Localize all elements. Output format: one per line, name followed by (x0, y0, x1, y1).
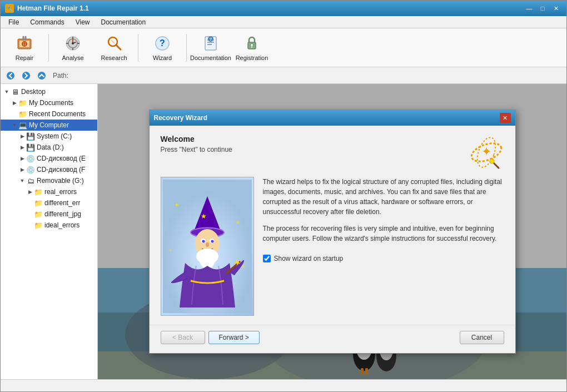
nav-up[interactable] (35, 69, 48, 82)
dialog-heading: Welcome (161, 135, 232, 143)
toolbar-registration[interactable]: Registration (232, 31, 271, 64)
footer-left-buttons: < Back Forward > (161, 331, 260, 344)
wizard-icon: ? (153, 34, 171, 52)
toggle-desktop[interactable]: ▼ (3, 88, 11, 96)
forward-button[interactable]: Forward > (208, 331, 260, 344)
different-jpg-icon: 📁 (34, 210, 43, 219)
menu-file[interactable]: File (3, 17, 24, 27)
dialog-paragraph-1: The wizard helps to fix the logical stru… (263, 177, 504, 217)
nav-back[interactable] (4, 69, 17, 82)
my-documents-label: My Documents (29, 99, 73, 107)
sidebar-item-ideal-errors[interactable]: 📁 ideal_errors (1, 220, 97, 231)
repair-icon (16, 34, 33, 52)
menu-view[interactable]: View (70, 17, 96, 27)
research-icon (105, 34, 123, 52)
wizard-image: ✦ ★ ✦ ✦ (161, 177, 254, 316)
sidebar-item-my-documents[interactable]: ▶ 📁 My Documents (1, 97, 97, 108)
dialog-paragraph-2: The process for recovering files is very… (263, 224, 504, 244)
toggle-data-d[interactable]: ▶ (18, 143, 26, 151)
recovery-wizard-dialog: Recovery Wizard ✕ Welcome Press "Next" t… (149, 110, 516, 354)
toolbar-research[interactable]: Research (94, 31, 133, 64)
data-d-label: Data (D:) (37, 143, 64, 151)
recent-documents-label: Recent Documents (29, 110, 86, 118)
different-jpg-label: different_jpg (44, 210, 81, 218)
cd-f-icon: 💿 (26, 165, 35, 174)
registration-label: Registration (236, 54, 268, 61)
toggle-cd-e[interactable]: ▶ (18, 155, 26, 162)
toolbar: Repair Analyse (1, 28, 566, 67)
sidebar-item-different-jpg[interactable]: 📁 different_jpg (1, 209, 97, 220)
svg-point-30 (38, 72, 46, 80)
maximize-button[interactable]: □ (536, 3, 549, 14)
svg-line-16 (111, 40, 115, 43)
real-errors-icon: 📁 (34, 187, 43, 196)
system-c-label: System (C:) (37, 132, 72, 140)
toolbar-documentation[interactable]: ? Documentation (191, 31, 230, 64)
toggle-my-documents[interactable]: ▶ (11, 99, 18, 107)
sidebar-item-my-computer[interactable]: ▼ 💻 My Computer (1, 120, 97, 131)
svg-point-61 (211, 240, 213, 243)
dialog-body: Welcome Press "Next" to continue ✦ (150, 126, 515, 325)
ideal-errors-icon: 📁 (34, 221, 43, 230)
dialog-footer: < Back Forward > Cancel (150, 325, 515, 353)
sidebar-item-different-err[interactable]: 📁 different_err (1, 197, 97, 209)
sidebar-item-removable-g[interactable]: ▼ 🗂 Removable (G:) (1, 175, 97, 186)
sidebar-item-desktop[interactable]: ▼ 🖥 Desktop (1, 86, 97, 97)
toggle-removable-g[interactable]: ▼ (18, 177, 26, 185)
nav-bar: Path: (1, 67, 566, 84)
sidebar-item-cd-e[interactable]: ▶ 💿 CD-дисковод (E (1, 153, 97, 164)
app-icon: 🔧 (5, 4, 14, 13)
svg-text:★: ★ (201, 212, 207, 220)
cd-f-label: CD-дисковод (F (37, 166, 85, 173)
title-controls: — □ ✕ (523, 3, 562, 14)
toggle-real-errors[interactable]: ▶ (26, 188, 34, 196)
cancel-button[interactable]: Cancel (460, 331, 504, 344)
menu-documentation[interactable]: Documentation (96, 17, 152, 27)
toggle-cd-f[interactable]: ▶ (18, 166, 26, 173)
sidebar-item-system-c[interactable]: ▶ 💾 System (C:) (1, 131, 97, 142)
dialog-header-row: Welcome Press "Next" to continue ✦ (161, 135, 504, 170)
desktop-label: Desktop (21, 88, 46, 96)
repair-label: Repair (16, 54, 33, 61)
modal-overlay: Recovery Wizard ✕ Welcome Press "Next" t… (98, 84, 566, 379)
nav-forward[interactable] (19, 69, 33, 82)
show-wizard-label[interactable]: Show wizard on startup (274, 255, 344, 262)
svg-text:?: ? (160, 38, 165, 48)
toolbar-repair[interactable]: Repair (5, 31, 44, 64)
dialog-text-section: The wizard helps to fix the logical stru… (263, 177, 504, 316)
registration-icon (243, 34, 261, 52)
close-button[interactable]: ✕ (550, 3, 562, 14)
dialog-title: Recovery Wizard (154, 114, 208, 122)
back-button[interactable]: < Back (161, 331, 205, 344)
title-bar: 🔧 Hetman File Repair 1.1 — □ ✕ (1, 1, 566, 16)
svg-point-28 (7, 72, 14, 80)
removable-g-icon: 🗂 (26, 176, 35, 185)
data-d-icon: 💾 (26, 143, 35, 152)
cd-e-label: CD-дисковод (E (37, 155, 86, 162)
dialog-checkbox-row: Show wizard on startup (263, 255, 504, 262)
wizard-label: Wizard (153, 54, 172, 61)
toggle-system-c[interactable]: ▶ (18, 132, 26, 140)
menu-commands[interactable]: Commands (24, 17, 69, 27)
toolbar-wizard[interactable]: ? Wizard (143, 31, 182, 64)
minimize-button[interactable]: — (523, 3, 535, 14)
status-bar (1, 379, 566, 391)
toolbar-analyse[interactable]: Analyse (53, 31, 92, 64)
sidebar-item-data-d[interactable]: ▶ 💾 Data (D:) (1, 142, 97, 153)
sidebar-item-recent-documents[interactable]: 📁 Recent Documents (1, 108, 97, 120)
svg-line-15 (116, 45, 121, 49)
sidebar-item-cd-f[interactable]: ▶ 💿 CD-дисковод (F (1, 164, 97, 175)
cd-e-icon: 💿 (26, 154, 35, 163)
svg-point-48 (490, 159, 494, 163)
system-c-icon: 💾 (26, 132, 35, 141)
sidebar-item-real-errors[interactable]: ▶ 📁 real_errors (1, 186, 97, 197)
dialog-title-bar: Recovery Wizard ✕ (150, 110, 515, 126)
main-panel: Recovery Wizard ✕ Welcome Press "Next" t… (98, 84, 566, 379)
dialog-close-button[interactable]: ✕ (500, 113, 511, 123)
my-computer-icon: 💻 (18, 121, 27, 130)
show-wizard-checkbox[interactable] (263, 255, 271, 262)
toggle-my-computer[interactable]: ▼ (11, 121, 18, 129)
analyse-label: Analyse (62, 54, 83, 61)
svg-point-29 (22, 72, 30, 80)
svg-text:✦: ✦ (481, 145, 491, 158)
